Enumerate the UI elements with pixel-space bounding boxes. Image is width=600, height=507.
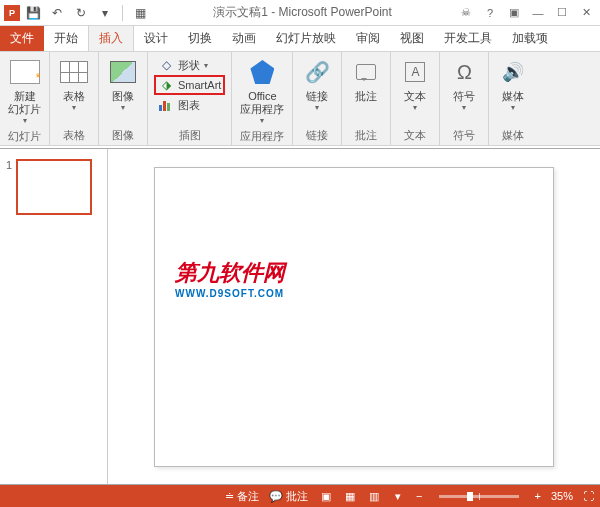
group-images: 图像 ▾ 图像 bbox=[99, 52, 148, 145]
start-slideshow-icon[interactable]: ▦ bbox=[131, 4, 149, 22]
table-icon bbox=[58, 56, 90, 88]
group-apps: Office 应用程序 ▾ 应用程序 bbox=[232, 52, 293, 145]
smartart-icon: ⬗ bbox=[158, 77, 174, 93]
chevron-down-icon: ▾ bbox=[72, 103, 76, 112]
chevron-down-icon: ▾ bbox=[462, 103, 466, 112]
group-illustrations: ◇ 形状 ▾ ⬗ SmartArt 图表 插图 bbox=[148, 52, 232, 145]
save-icon[interactable]: 💾 bbox=[24, 4, 42, 22]
tab-home[interactable]: 开始 bbox=[44, 26, 88, 51]
slide-canvas[interactable]: 第九软件网 WWW.D9SOFT.COM bbox=[108, 149, 600, 484]
textbox-button[interactable]: A 文本 ▾ bbox=[395, 54, 435, 114]
tab-animations[interactable]: 动画 bbox=[222, 26, 266, 51]
slide-thumbnail[interactable] bbox=[16, 159, 92, 215]
office-apps-button[interactable]: Office 应用程序 ▾ bbox=[236, 54, 288, 127]
new-slide-label: 新建 幻灯片 bbox=[8, 90, 41, 116]
new-slide-icon bbox=[9, 56, 41, 88]
group-label-illustrations: 插图 bbox=[152, 126, 227, 145]
tab-view[interactable]: 视图 bbox=[390, 26, 434, 51]
tab-transitions[interactable]: 切换 bbox=[178, 26, 222, 51]
comments-label: 批注 bbox=[286, 489, 308, 504]
notes-label: 备注 bbox=[237, 489, 259, 504]
image-button[interactable]: 图像 ▾ bbox=[103, 54, 143, 114]
new-slide-button[interactable]: 新建 幻灯片 ▾ bbox=[4, 54, 45, 127]
help-icon[interactable]: ? bbox=[480, 4, 500, 22]
image-icon bbox=[107, 56, 139, 88]
zoom-slider[interactable] bbox=[439, 495, 519, 498]
link-label: 链接 bbox=[306, 90, 328, 103]
symbol-button[interactable]: Ω 符号 ▾ bbox=[444, 54, 484, 114]
sorter-view-icon[interactable]: ▦ bbox=[342, 488, 358, 504]
view-buttons: ▣ ▦ ▥ ▾ bbox=[318, 488, 406, 504]
media-button[interactable]: 🔊 媒体 ▾ bbox=[493, 54, 533, 114]
slide[interactable]: 第九软件网 WWW.D9SOFT.COM bbox=[154, 167, 554, 467]
comments-button[interactable]: 💬 批注 bbox=[269, 489, 308, 504]
close-icon[interactable]: ✕ bbox=[576, 4, 596, 22]
group-slides: 新建 幻灯片 ▾ 幻灯片 bbox=[0, 52, 50, 145]
status-bar: ≐ 备注 💬 批注 ▣ ▦ ▥ ▾ − + 35% ⛶ bbox=[0, 485, 600, 507]
zoom-in-button[interactable]: + bbox=[535, 490, 541, 502]
fit-to-window-icon[interactable]: ⛶ bbox=[583, 490, 594, 502]
ribbon-options-icon[interactable]: ▣ bbox=[504, 4, 524, 22]
table-button[interactable]: 表格 ▾ bbox=[54, 54, 94, 114]
tab-file[interactable]: 文件 bbox=[0, 26, 44, 51]
group-media: 🔊 媒体 ▾ 媒体 bbox=[489, 52, 537, 145]
minimize-icon[interactable]: — bbox=[528, 4, 548, 22]
tab-developer[interactable]: 开发工具 bbox=[434, 26, 502, 51]
group-comments: 批注 批注 bbox=[342, 52, 391, 145]
chart-label: 图表 bbox=[178, 98, 200, 113]
window-controls: ☠ ? ▣ — ☐ ✕ bbox=[456, 4, 596, 22]
group-links: 🔗 链接 ▾ 链接 bbox=[293, 52, 342, 145]
textbox-icon: A bbox=[399, 56, 431, 88]
notes-button[interactable]: ≐ 备注 bbox=[225, 489, 259, 504]
symbol-label: 符号 bbox=[453, 90, 475, 103]
tab-insert[interactable]: 插入 bbox=[88, 25, 134, 51]
group-label-comments: 批注 bbox=[346, 126, 386, 145]
link-button[interactable]: 🔗 链接 ▾ bbox=[297, 54, 337, 114]
tab-addins[interactable]: 加载项 bbox=[502, 26, 558, 51]
undo-icon[interactable]: ↶ bbox=[48, 4, 66, 22]
watermark-main: 第九软件网 bbox=[175, 258, 285, 288]
chevron-down-icon: ▾ bbox=[204, 61, 208, 70]
maximize-icon[interactable]: ☐ bbox=[552, 4, 572, 22]
app-icon: P bbox=[4, 5, 20, 21]
slide-thumbnails-panel[interactable]: 1 bbox=[0, 149, 108, 484]
group-label-images: 图像 bbox=[103, 126, 143, 145]
zoom-out-button[interactable]: − bbox=[416, 490, 422, 502]
skull-icon[interactable]: ☠ bbox=[456, 4, 476, 22]
ribbon-tabs: 文件 开始 插入 设计 切换 动画 幻灯片放映 审阅 视图 开发工具 加载项 bbox=[0, 26, 600, 52]
watermark-sub: WWW.D9SOFT.COM bbox=[175, 288, 285, 299]
tab-design[interactable]: 设计 bbox=[134, 26, 178, 51]
shapes-button[interactable]: ◇ 形状 ▾ bbox=[154, 56, 225, 74]
comment-icon bbox=[350, 56, 382, 88]
chevron-down-icon: ▾ bbox=[511, 103, 515, 112]
normal-view-icon[interactable]: ▣ bbox=[318, 488, 334, 504]
smartart-label: SmartArt bbox=[178, 79, 221, 91]
comment-button[interactable]: 批注 bbox=[346, 54, 386, 105]
image-label: 图像 bbox=[112, 90, 134, 103]
zoom-level[interactable]: 35% bbox=[551, 490, 573, 502]
tab-slideshow[interactable]: 幻灯片放映 bbox=[266, 26, 346, 51]
chevron-down-icon: ▾ bbox=[121, 103, 125, 112]
qat-dropdown-icon[interactable]: ▾ bbox=[96, 4, 114, 22]
ribbon: 新建 幻灯片 ▾ 幻灯片 表格 ▾ 表格 图像 ▾ 图像 bbox=[0, 52, 600, 146]
group-tables: 表格 ▾ 表格 bbox=[50, 52, 99, 145]
chevron-down-icon: ▾ bbox=[413, 103, 417, 112]
notes-icon: ≐ bbox=[225, 490, 234, 503]
group-symbols: Ω 符号 ▾ 符号 bbox=[440, 52, 489, 145]
tab-review[interactable]: 审阅 bbox=[346, 26, 390, 51]
slideshow-view-icon[interactable]: ▾ bbox=[390, 488, 406, 504]
smartart-button[interactable]: ⬗ SmartArt bbox=[154, 75, 225, 95]
chevron-down-icon: ▾ bbox=[315, 103, 319, 112]
shapes-icon: ◇ bbox=[158, 57, 174, 73]
thumbnail-item[interactable]: 1 bbox=[6, 159, 101, 215]
reading-view-icon[interactable]: ▥ bbox=[366, 488, 382, 504]
media-label: 媒体 bbox=[502, 90, 524, 103]
group-label-symbols: 符号 bbox=[444, 126, 484, 145]
group-label-text: 文本 bbox=[395, 126, 435, 145]
textbox-label: 文本 bbox=[404, 90, 426, 103]
title-bar: P 💾 ↶ ↻ ▾ ▦ 演示文稿1 - Microsoft PowerPoint… bbox=[0, 0, 600, 26]
office-apps-icon bbox=[246, 56, 278, 88]
redo-icon[interactable]: ↻ bbox=[72, 4, 90, 22]
chart-button[interactable]: 图表 bbox=[154, 96, 225, 114]
chart-icon bbox=[158, 97, 174, 113]
